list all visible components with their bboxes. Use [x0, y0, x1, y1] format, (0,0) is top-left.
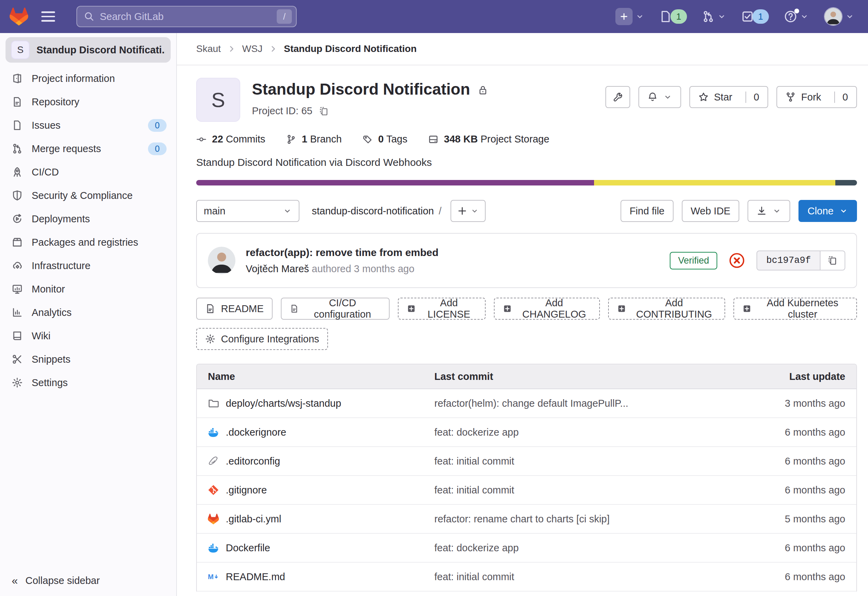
file-name-link[interactable]: MREADME.md	[197, 571, 434, 583]
file-name-link[interactable]: .dockerignore	[197, 427, 434, 438]
chevron-down-icon	[283, 207, 292, 215]
file-last-commit-link[interactable]: feat: initial commit	[434, 456, 746, 467]
language-bar[interactable]	[196, 180, 857, 186]
copy-sha-button[interactable]	[821, 251, 845, 270]
breadcrumb-item-standup-discord-notification[interactable]: Standup Discord Notification	[284, 43, 417, 55]
rocket-icon	[12, 167, 23, 177]
sidebar-item-label: Project information	[32, 73, 115, 84]
stat-tags[interactable]: 0 Tags	[362, 134, 407, 145]
user-menu-button[interactable]	[820, 4, 858, 28]
chevron-down-icon	[663, 93, 672, 102]
pipeline-failed-icon[interactable]	[729, 252, 745, 268]
star-count[interactable]: 0	[745, 91, 759, 103]
help-menu-button[interactable]	[780, 7, 813, 26]
project-icon	[12, 73, 23, 84]
commit-title[interactable]: refactor(app): remove time from embed	[246, 247, 438, 258]
commit-author-avatar[interactable]	[208, 247, 235, 274]
sidebar-item-monitor[interactable]: Monitor	[0, 277, 176, 301]
find-file-button[interactable]: Find file	[620, 200, 673, 222]
new-menu-button[interactable]	[611, 5, 648, 28]
todos-count-badge: 1	[752, 9, 769, 24]
file-name-link[interactable]: Dockerfile	[197, 542, 434, 554]
breadcrumb-item-skaut[interactable]: Skaut	[196, 43, 221, 55]
sidebar-item-infrastructure[interactable]: Infrastructure	[0, 254, 176, 277]
sidebar-item-settings[interactable]: Settings	[0, 371, 176, 394]
file-last-commit-link[interactable]: feat: dockerize app	[434, 542, 746, 554]
file-last-update: 6 months ago	[746, 571, 856, 583]
file-name-link[interactable]: .editorconfig	[197, 456, 434, 467]
readme-button[interactable]: README	[196, 298, 273, 320]
cloud-gear-icon	[12, 260, 23, 271]
file-last-update: 6 months ago	[746, 542, 856, 554]
branch-selector[interactable]: main	[196, 200, 300, 222]
file-last-commit-link[interactable]: feat: initial commit	[434, 571, 746, 583]
search-input[interactable]: Search GitLab /	[77, 6, 297, 27]
collapse-sidebar-button[interactable]: « Collapse sidebar	[12, 574, 100, 587]
scissors-icon	[12, 354, 23, 365]
file-last-commit-link[interactable]: feat: dockerize app	[434, 427, 746, 438]
file-name-link[interactable]: .gitignore	[197, 484, 434, 496]
web-ide-button[interactable]: Web IDE	[682, 200, 740, 222]
chevron-down-icon	[717, 12, 726, 21]
sidebar-item-issues[interactable]: Issues0	[0, 114, 176, 137]
commit-author-name[interactable]: Vojtěch Mareš	[246, 263, 309, 274]
star-button[interactable]: Star 0	[689, 86, 768, 108]
notification-dot	[794, 9, 799, 13]
gitlab-logo-icon[interactable]	[10, 7, 28, 25]
notifications-button[interactable]	[638, 86, 681, 108]
file-table-body: deploy/charts/wsj-standuprefactor(helm):…	[197, 389, 856, 592]
branch-icon	[286, 134, 296, 145]
sidebar-item-project-information[interactable]: Project information	[0, 67, 176, 90]
git-icon	[208, 484, 219, 496]
download-button[interactable]	[747, 200, 790, 222]
user-avatar	[824, 7, 843, 26]
file-last-commit-link[interactable]: refactor: rename chart to charts [ci ski…	[434, 513, 746, 525]
fork-count[interactable]: 0	[834, 91, 848, 103]
disk-icon	[428, 134, 438, 145]
add-changelog-button[interactable]: Add CHANGELOG	[494, 298, 600, 320]
sidebar-item-analytics[interactable]: Analytics	[0, 301, 176, 324]
sidebar-item-label: Analytics	[32, 307, 72, 318]
sidebar-item-packages-and-registries[interactable]: Packages and registries	[0, 230, 176, 254]
stat-branch[interactable]: 1 Branch	[286, 134, 342, 145]
configure-integrations-button[interactable]: Configure Integrations	[196, 328, 328, 350]
svg-text:M: M	[208, 573, 214, 581]
add-license-button[interactable]: Add LICENSE	[398, 298, 486, 320]
sidebar-item-ci-cd[interactable]: CI/CD	[0, 160, 176, 184]
add-kubernetes-cluster-button[interactable]: Add Kubernetes cluster	[734, 298, 857, 320]
search-icon	[84, 11, 94, 22]
column-header-name: Name	[197, 371, 434, 382]
verified-badge[interactable]: Verified	[670, 252, 717, 270]
sidebar-item-snippets[interactable]: Snippets	[0, 348, 176, 371]
file-last-commit-link[interactable]: feat: initial commit	[434, 484, 746, 496]
file-name-link[interactable]: deploy/charts/wsj-standup	[197, 398, 434, 409]
fork-button[interactable]: Fork 0	[776, 86, 857, 108]
add-contributing-button[interactable]: Add CONTRIBUTING	[608, 298, 725, 320]
sidebar-item-deployments[interactable]: Deployments	[0, 207, 176, 230]
clone-button[interactable]: Clone	[799, 200, 857, 222]
repo-path-text[interactable]: standup-discord-notification	[312, 205, 434, 217]
file-name-link[interactable]: .gitlab-ci.yml	[197, 513, 434, 525]
sidebar-item-repository[interactable]: Repository	[0, 90, 176, 114]
sidebar-project-header[interactable]: S Standup Discord Notificati...	[6, 37, 171, 63]
chevron-down-icon	[635, 12, 644, 21]
current-branch: main	[204, 205, 226, 217]
stat-project-storage[interactable]: 348 KB Project Storage	[428, 134, 549, 145]
gear-icon	[205, 334, 216, 344]
sidebar-item-security-compliance[interactable]: Security & Compliance	[0, 184, 176, 207]
sidebar-item-merge-requests[interactable]: Merge requests0	[0, 137, 176, 160]
todos-button[interactable]: 1	[737, 7, 773, 27]
merge-requests-menu-button[interactable]	[698, 7, 730, 25]
file-last-commit-link[interactable]: refactor(helm): change default ImagePull…	[434, 398, 746, 409]
add-file-button[interactable]	[450, 200, 486, 222]
stat-commits[interactable]: 22 Commits	[196, 134, 265, 145]
file-row-deploy-charts-wsj-standup: deploy/charts/wsj-standuprefactor(helm):…	[197, 389, 856, 418]
admin-wrench-button[interactable]	[605, 86, 630, 108]
ci-cd-configuration-button[interactable]: CI/CD configuration	[281, 298, 390, 320]
breadcrumb-item-wsj[interactable]: WSJ	[242, 43, 263, 55]
issues-dashboard-button[interactable]: 1	[655, 7, 691, 27]
book-icon	[12, 330, 23, 341]
sidebar-item-wiki[interactable]: Wiki	[0, 324, 176, 348]
copy-project-id-icon[interactable]	[319, 106, 329, 116]
hamburger-menu-icon[interactable]	[37, 5, 60, 28]
